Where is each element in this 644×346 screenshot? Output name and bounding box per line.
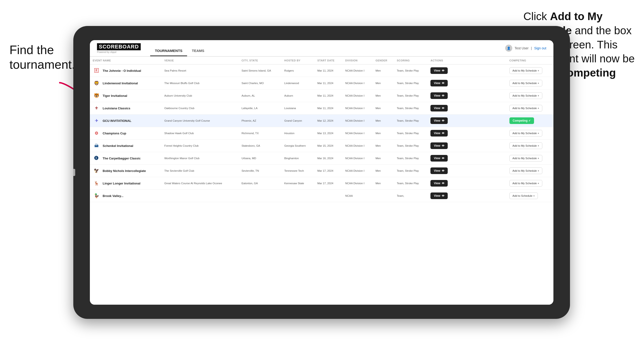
division-cell: NCAA xyxy=(342,190,373,202)
city-state-cell: Sevierville, TN xyxy=(239,165,282,177)
start-date-cell: Mar 17, 2024 xyxy=(314,165,342,177)
col-start-date: START DATE xyxy=(314,57,342,64)
actions-cell: View 👁 xyxy=(428,64,506,77)
view-button[interactable]: View 👁 xyxy=(430,80,448,86)
event-name-text: The Carpetbagger Classic xyxy=(103,157,140,160)
view-button[interactable]: View 👁 xyxy=(430,117,448,124)
view-button[interactable]: View 👁 xyxy=(430,67,448,74)
start-date-cell: Mar 11, 2024 xyxy=(314,102,342,115)
add-to-schedule-button[interactable]: Add to My Schedule + xyxy=(510,67,542,74)
event-name-text: Louisiana Classics xyxy=(103,107,130,110)
event-name-cell-0: 🅁 The Johnnie - O Individual xyxy=(90,64,162,77)
actions-cell: View 👁 xyxy=(428,115,506,127)
competing-cell: Add to My Schedule + xyxy=(506,64,554,77)
tablet-side-button xyxy=(73,169,75,176)
scoring-cell: Team, xyxy=(394,190,428,202)
view-button[interactable]: View 👁 xyxy=(430,92,448,99)
add-to-schedule-button[interactable]: Add to My Schedule + xyxy=(510,105,542,112)
division-cell: NCAA Division I xyxy=(342,64,373,77)
hosted-by-cell: Lindenwood xyxy=(282,77,314,90)
view-button[interactable]: View 👁 xyxy=(430,155,448,162)
add-to-schedule-button[interactable]: Add to My Schedule + xyxy=(510,142,542,149)
competing-cell: Add to My Schedule + xyxy=(506,127,554,140)
scoring-cell: Team, Stroke Play xyxy=(394,127,428,140)
division-cell: NCAA Division I xyxy=(342,115,373,127)
col-division: DIVISION xyxy=(342,57,373,64)
logo-area: SCOREBOARD Powered by clippd xyxy=(97,43,141,53)
add-to-schedule-button[interactable]: Add to Schedule + xyxy=(510,192,538,199)
navbar: SCOREBOARD Powered by clippd TOURNAMENTS… xyxy=(90,40,554,57)
venue-cell: Oakbourne Country Club xyxy=(162,102,239,115)
division-cell: NCAA Division I xyxy=(342,152,373,165)
sign-out-link[interactable]: Sign out xyxy=(534,46,546,50)
add-to-schedule-button[interactable]: Add to My Schedule + xyxy=(510,80,542,86)
competing-cell: Add to My Schedule + xyxy=(506,177,554,190)
table-row: 🦁 Lindenwood Invitational The Missouri B… xyxy=(90,77,554,90)
venue-cell: Grand Canyon University Golf Course xyxy=(162,115,239,127)
table-row: 🐯 Tiger Invitational Auburn University C… xyxy=(90,90,554,102)
view-button[interactable]: View 👁 xyxy=(430,142,448,149)
view-button[interactable]: View 👁 xyxy=(430,168,448,174)
hosted-by-cell: Grand Canyon xyxy=(282,115,314,127)
tablet-frame: SCOREBOARD Powered by clippd TOURNAMENTS… xyxy=(73,26,570,319)
view-button[interactable]: View 👁 xyxy=(430,130,448,137)
start-date-cell: Mar 16, 2024 xyxy=(314,152,342,165)
hosted-by-cell xyxy=(282,190,314,202)
add-to-schedule-button[interactable]: Add to My Schedule + xyxy=(510,130,542,137)
logo-text: SCOREBOARD xyxy=(97,43,141,50)
col-scoring: SCORING xyxy=(394,57,428,64)
competing-cell: Add to Schedule + xyxy=(506,190,554,202)
city-state-cell: Statesboro, GA xyxy=(239,140,282,152)
actions-cell: View 👁 xyxy=(428,140,506,152)
add-to-schedule-button[interactable]: Add to My Schedule + xyxy=(510,155,542,162)
hosted-by-cell: Tennessee Tech xyxy=(282,165,314,177)
start-date-cell xyxy=(314,190,342,202)
add-to-schedule-button[interactable]: Add to My Schedule + xyxy=(510,180,542,186)
col-venue: VENUE xyxy=(162,57,239,64)
gender-cell: Men xyxy=(373,102,394,115)
scoring-cell: Team, Stroke Play xyxy=(394,152,428,165)
city-state-cell: Lafayette, LA xyxy=(239,102,282,115)
view-button[interactable]: View 👁 xyxy=(430,105,448,112)
event-name-cell-1: 🦁 Lindenwood Invitational xyxy=(90,77,162,90)
actions-cell: View 👁 xyxy=(428,190,506,202)
tab-tournaments[interactable]: TOURNAMENTS xyxy=(150,40,187,56)
start-date-cell: Mar 15, 2024 xyxy=(314,140,342,152)
user-name: Test User xyxy=(515,46,528,50)
actions-cell: View 👁 xyxy=(428,177,506,190)
gender-cell: Men xyxy=(373,77,394,90)
competing-button[interactable]: Competing ✓ xyxy=(510,117,534,124)
avatar: 👤 xyxy=(505,45,512,52)
venue-cell: Auburn University Club xyxy=(162,90,239,102)
competing-cell: Add to My Schedule + xyxy=(506,152,554,165)
event-name-cell-5: ⚙ Champions Cup xyxy=(90,127,162,140)
scoring-cell: Team, Stroke Play xyxy=(394,165,428,177)
start-date-cell: Mar 11, 2024 xyxy=(314,64,342,77)
eye-icon: 👁 xyxy=(442,82,444,85)
nav-right: 👤 Test User | Sign out xyxy=(505,45,546,52)
view-button[interactable]: View 👁 xyxy=(430,180,448,186)
scoring-cell: Team, Stroke Play xyxy=(394,77,428,90)
add-to-schedule-button[interactable]: Add to My Schedule + xyxy=(510,168,542,174)
eye-icon: 👁 xyxy=(442,132,444,135)
city-state-cell: Urbana, MD xyxy=(239,152,282,165)
add-to-schedule-button[interactable]: Add to My Schedule + xyxy=(510,92,542,99)
division-cell: NCAA Division I xyxy=(342,102,373,115)
gender-cell xyxy=(373,190,394,202)
gender-cell: Men xyxy=(373,127,394,140)
competing-cell: Add to My Schedule + xyxy=(506,140,554,152)
tab-teams[interactable]: TEAMS xyxy=(187,40,209,56)
venue-cell: Sea Palms Resort xyxy=(162,64,239,77)
competing-cell: Add to My Schedule + xyxy=(506,90,554,102)
col-city-state: CITY, STATE xyxy=(239,57,282,64)
actions-cell: View 👁 xyxy=(428,165,506,177)
event-name-text: GCU INVITATIONAL xyxy=(103,119,132,123)
table-row: 🦆 Brook Valley... NCAATeam, View 👁 Add t… xyxy=(90,190,554,202)
hosted-by-cell: Binghamton xyxy=(282,152,314,165)
team-logo: ⚙ xyxy=(93,129,100,137)
view-button[interactable]: View 👁 xyxy=(430,192,448,199)
hosted-by-cell: Kennesaw State xyxy=(282,177,314,190)
eye-icon: 👁 xyxy=(442,182,444,185)
team-logo: 🐯 xyxy=(93,92,100,99)
event-name-cell-2: 🐯 Tiger Invitational xyxy=(90,90,162,102)
